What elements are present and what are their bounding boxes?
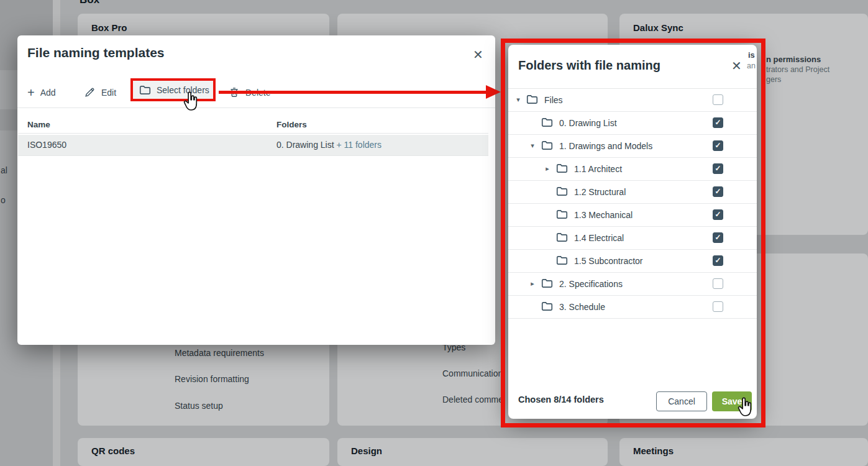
folder-label: 1.5 Subcontractor <box>574 256 643 266</box>
check-icon: ✓ <box>713 187 723 196</box>
folders-main: 0. Drawing List <box>276 140 334 150</box>
tree-row[interactable]: 1.2 Structural ✓ <box>508 181 757 204</box>
folder-label: 3. Schedule <box>559 302 605 312</box>
folder-checkbox[interactable]: ✓ <box>713 117 723 128</box>
annotation-arrow-line <box>219 91 486 94</box>
folder-checkbox[interactable]: ✓ <box>713 232 723 243</box>
folder-checkbox[interactable]: ✓ <box>713 278 723 289</box>
annotation-arrow-head <box>486 85 501 99</box>
file-naming-templates-modal: File naming templates ✕ + Add Edit Selec… <box>17 35 495 345</box>
modal-title: Folders with file naming <box>518 58 660 73</box>
pencil-icon <box>84 86 96 98</box>
folder-label: Files <box>544 95 563 105</box>
template-name-cell: ISO19650 <box>27 140 66 150</box>
folder-label: 2. Specifications <box>559 279 623 289</box>
text-fragment: is <box>748 50 755 60</box>
folder-icon <box>526 94 538 104</box>
folder-icon <box>541 301 553 311</box>
check-icon: ✓ <box>713 233 723 242</box>
tree-row[interactable]: ▾ 1. Drawings and Models ✓ <box>508 135 757 158</box>
folder-icon <box>541 117 553 127</box>
folder-icon <box>541 140 553 150</box>
expand-arrow-icon[interactable]: ▾ <box>514 96 522 104</box>
table-row[interactable] <box>18 135 488 155</box>
folder-checkbox[interactable]: ✓ <box>713 94 723 105</box>
plus-icon: + <box>27 86 35 99</box>
folder-icon <box>556 255 568 265</box>
folder-checkbox[interactable]: ✓ <box>713 163 723 174</box>
hand-cursor-icon <box>182 91 199 112</box>
folder-label: 1.3 Mechanical <box>574 210 633 220</box>
folder-icon <box>541 278 553 288</box>
chosen-count-label: Chosen 8/14 folders <box>518 395 604 404</box>
expand-arrow-icon[interactable]: ▸ <box>544 165 551 173</box>
folder-label: 1.1 Architect <box>574 164 622 174</box>
hand-cursor-icon <box>736 397 753 418</box>
folder-label: 1. Drawings and Models <box>559 141 652 151</box>
folder-label: 1.4 Electrical <box>574 233 624 243</box>
edit-label: Edit <box>101 88 116 98</box>
modal-title: File naming templates <box>27 45 165 60</box>
column-header-folders: Folders <box>276 120 307 129</box>
select-folders-button[interactable]: Select folders <box>130 78 216 101</box>
folder-icon <box>139 85 151 95</box>
tree-row[interactable]: ▾ Files ✓ <box>508 89 757 112</box>
folder-checkbox[interactable]: ✓ <box>713 209 723 220</box>
text-fragment: an <box>747 62 756 70</box>
tree-row[interactable]: 1.5 Subcontractor ✓ <box>508 250 757 273</box>
folder-icon <box>556 186 568 196</box>
tree-row[interactable]: 1.4 Electrical ✓ <box>508 227 757 250</box>
folders-with-file-naming-modal: Folders with file naming ✕ ▾ Files ✓ 0. … <box>508 45 757 419</box>
add-label: Add <box>40 88 56 98</box>
folder-checkbox[interactable]: ✓ <box>713 140 723 151</box>
expand-arrow-icon[interactable]: ▸ <box>529 280 536 288</box>
folder-tree: ▾ Files ✓ 0. Drawing List ✓ ▾ 1. Drawing… <box>508 88 757 319</box>
check-icon: ✓ <box>713 164 723 173</box>
tree-row[interactable]: ▸ 1.1 Architect ✓ <box>508 158 757 181</box>
folder-label: 0. Drawing List <box>559 118 617 128</box>
folder-icon <box>556 232 568 242</box>
close-icon[interactable]: ✕ <box>731 60 742 72</box>
check-icon: ✓ <box>713 118 723 127</box>
close-icon[interactable]: ✕ <box>473 48 483 61</box>
add-button[interactable]: + Add <box>27 81 56 104</box>
template-folders-cell: 0. Drawing List + 11 folders <box>276 140 381 150</box>
edit-button[interactable]: Edit <box>84 81 116 104</box>
divider <box>18 155 488 156</box>
column-header-name: Name <box>27 120 50 129</box>
tree-row[interactable]: 0. Drawing List ✓ <box>508 112 757 135</box>
folder-checkbox[interactable]: ✓ <box>713 186 723 197</box>
divider <box>17 107 495 108</box>
folder-checkbox[interactable]: ✓ <box>713 301 723 312</box>
expand-arrow-icon[interactable]: ▾ <box>529 142 536 150</box>
folder-checkbox[interactable]: ✓ <box>713 255 723 266</box>
tree-row[interactable]: 3. Schedule ✓ <box>508 296 757 319</box>
check-icon: ✓ <box>713 256 723 265</box>
folder-label: 1.2 Structural <box>574 187 626 197</box>
folder-icon <box>556 209 568 219</box>
divider <box>18 133 488 134</box>
tree-row[interactable]: 1.3 Mechanical ✓ <box>508 204 757 227</box>
tree-row[interactable]: ▸ 2. Specifications ✓ <box>508 273 757 296</box>
check-icon: ✓ <box>713 210 723 219</box>
cancel-button[interactable]: Cancel <box>656 391 707 411</box>
folders-more-link[interactable]: + 11 folders <box>336 140 381 150</box>
folder-icon <box>556 163 568 173</box>
check-icon: ✓ <box>713 141 723 150</box>
